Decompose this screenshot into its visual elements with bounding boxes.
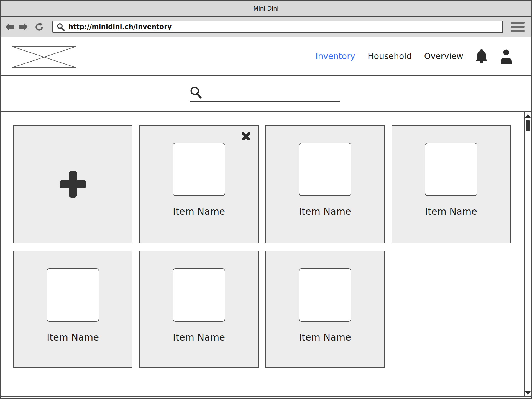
item-image-placeholder <box>173 143 225 196</box>
scrollbar-thumb[interactable] <box>526 120 530 131</box>
refresh-icon[interactable] <box>34 23 44 31</box>
inventory-content: Item Name Item Name Item Name Item Name … <box>1 112 531 397</box>
search-input[interactable] <box>190 84 340 102</box>
nav-item-overview[interactable]: Overview <box>424 51 463 61</box>
vertical-scrollbar[interactable] <box>524 112 531 396</box>
close-icon[interactable] <box>241 132 251 141</box>
menu-icon[interactable] <box>511 22 525 32</box>
item-card[interactable]: Item Name <box>139 125 259 243</box>
item-name: Item Name <box>392 206 510 217</box>
app-header: Inventory Household Overview <box>1 37 531 76</box>
logo-placeholder <box>12 46 76 68</box>
item-card[interactable]: Item Name <box>13 251 132 368</box>
inventory-grid: Item Name Item Name Item Name Item Name … <box>13 125 511 368</box>
scroll-down-icon[interactable] <box>525 391 531 395</box>
browser-window: Mini Dini Inve <box>0 0 532 399</box>
window-titlebar: Mini Dini <box>1 1 531 17</box>
nav-item-household[interactable]: Household <box>368 51 412 61</box>
back-icon[interactable] <box>5 23 15 31</box>
url-search-icon <box>57 23 65 31</box>
scroll-up-icon[interactable] <box>525 114 531 118</box>
plus-icon <box>60 171 86 198</box>
main-nav: Inventory Household Overview <box>316 37 513 75</box>
item-name: Item Name <box>266 332 384 343</box>
item-card[interactable]: Item Name <box>139 251 259 368</box>
item-card[interactable]: Item Name <box>265 251 385 368</box>
url-input[interactable] <box>68 23 498 31</box>
forward-icon[interactable] <box>19 23 28 31</box>
item-image-placeholder <box>425 143 477 196</box>
item-image-placeholder <box>299 143 351 196</box>
nav-item-inventory[interactable]: Inventory <box>316 51 355 61</box>
item-image-placeholder <box>173 268 225 322</box>
notifications-bell-icon[interactable] <box>476 49 487 63</box>
item-name: Item Name <box>14 332 132 343</box>
item-card[interactable]: Item Name <box>392 125 511 243</box>
item-image-placeholder <box>299 268 351 322</box>
url-bar[interactable] <box>52 21 503 33</box>
item-name: Item Name <box>140 206 258 217</box>
item-card[interactable]: Item Name <box>265 125 385 243</box>
item-name: Item Name <box>266 206 384 217</box>
browser-toolbar <box>1 17 531 37</box>
add-item-card[interactable] <box>13 125 132 243</box>
item-name: Item Name <box>140 332 258 343</box>
profile-person-icon[interactable] <box>500 48 513 64</box>
item-image-placeholder <box>47 268 99 322</box>
window-title: Mini Dini <box>254 5 279 12</box>
search-section <box>1 76 531 112</box>
